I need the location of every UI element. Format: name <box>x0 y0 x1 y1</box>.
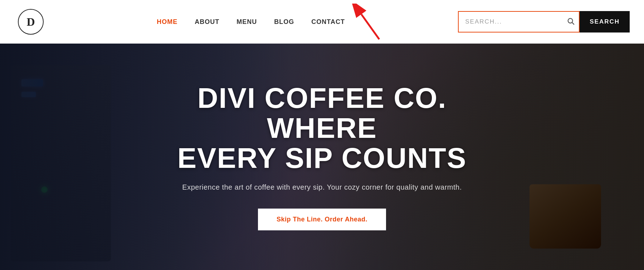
coffee-cup <box>530 184 601 249</box>
search-icon <box>567 17 575 25</box>
logo[interactable]: D <box>18 9 44 35</box>
hero-title: DIVI COFFEE CO. WHERE EVERY SIP COUNTS <box>161 83 483 173</box>
machine-detail <box>11 65 111 261</box>
logo-circle: D <box>18 9 44 35</box>
nav-contact[interactable]: CONTACT <box>311 18 345 26</box>
nav-home[interactable]: HOME <box>157 18 177 26</box>
search-input-wrapper <box>458 11 580 32</box>
svg-line-1 <box>572 22 574 24</box>
nav-blog[interactable]: BLOG <box>274 18 294 26</box>
search-area: SEARCH <box>458 11 630 32</box>
search-button[interactable]: SEARCH <box>580 11 630 32</box>
logo-letter: D <box>26 15 35 29</box>
site-header: D HOME ABOUT MENU BLOG CONTACT SEARCH <box>0 0 644 44</box>
main-nav: HOME ABOUT MENU BLOG CONTACT <box>44 18 458 26</box>
nav-menu[interactable]: MENU <box>236 18 257 26</box>
hero-section: DIVI COFFEE CO. WHERE EVERY SIP COUNTS E… <box>0 44 644 270</box>
hero-content: DIVI COFFEE CO. WHERE EVERY SIP COUNTS E… <box>161 83 483 230</box>
cta-button[interactable]: Skip The Line. Order Ahead. <box>258 209 386 230</box>
nav-about[interactable]: ABOUT <box>195 18 219 26</box>
search-icon-button[interactable] <box>567 17 575 27</box>
hero-subtitle: Experience the art of coffee with every … <box>161 183 483 191</box>
search-input[interactable] <box>458 11 580 32</box>
green-light <box>41 186 48 193</box>
